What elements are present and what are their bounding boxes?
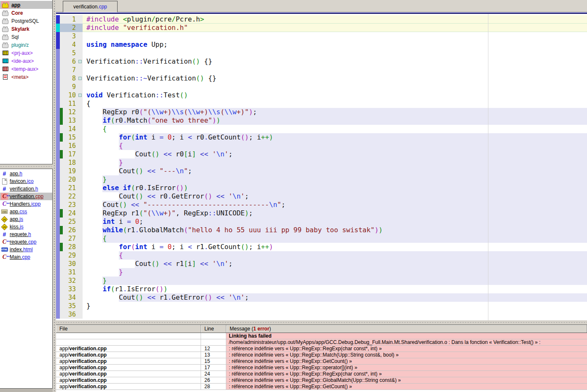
- file-item-handlers-icpp[interactable]: C Handlers.icpp: [0, 200, 52, 208]
- package-item-temp-aux[interactable]: <temp-aux>: [0, 65, 52, 73]
- line-number-gutter[interactable]: 29: [60, 251, 83, 260]
- line-number-gutter[interactable]: 13: [60, 116, 83, 125]
- console-splitter[interactable]: [56, 320, 587, 325]
- code-line-text[interactable]: [83, 49, 587, 57]
- code-line-text[interactable]: for(int i = 0; i < r0.GetCount(); i++): [83, 133, 587, 142]
- line-number-gutter[interactable]: 30: [60, 260, 83, 268]
- line-number-gutter[interactable]: 36: [60, 310, 83, 319]
- code-line-text[interactable]: {: [83, 142, 587, 150]
- code-line-text[interactable]: Verification::Verification() {}: [83, 57, 587, 66]
- line-number-gutter[interactable]: 32: [60, 277, 83, 285]
- package-item-ide-aux[interactable]: <ide-aux>: [0, 57, 52, 65]
- code-line-text[interactable]: int i = 0;: [83, 217, 587, 226]
- line-number-gutter[interactable]: 22: [60, 192, 83, 201]
- code-line-text[interactable]: [83, 83, 587, 91]
- line-number-gutter[interactable]: 1: [60, 15, 83, 24]
- file-item-verification-h[interactable]: # verification.h: [0, 185, 52, 193]
- file-item-kiss-js[interactable]: kiss.js: [0, 223, 52, 231]
- line-number-gutter[interactable]: 9: [60, 83, 83, 91]
- code-line-text[interactable]: [83, 66, 587, 74]
- code-line-text[interactable]: Cout() << "---\n";: [83, 167, 587, 175]
- package-item-skylark[interactable]: Skylark: [0, 25, 52, 33]
- error-row[interactable]: app/verification.cpp 24 : référence indé…: [56, 371, 587, 377]
- line-number-gutter[interactable]: 16: [60, 142, 83, 150]
- code-line-text[interactable]: {: [83, 234, 587, 243]
- line-number-gutter[interactable]: 2: [60, 24, 83, 32]
- line-number-gutter[interactable]: 34: [60, 293, 83, 302]
- package-item-meta[interactable]: <meta>: [0, 73, 52, 81]
- code-line-text[interactable]: [83, 310, 587, 319]
- code-line-text[interactable]: {: [83, 125, 587, 133]
- code-line-text[interactable]: Cout() << r1[i] << '\n';: [83, 260, 587, 268]
- line-number-gutter[interactable]: 20: [60, 175, 83, 184]
- file-item-index-html[interactable]: HTML index.html: [0, 246, 52, 253]
- line-number-gutter[interactable]: 6: [60, 57, 83, 66]
- code-line-text[interactable]: Cout() << r0.GetError() << '\n';: [83, 192, 587, 201]
- code-line-text[interactable]: Verification::~Verification() {}: [83, 74, 587, 83]
- fold-marker-icon[interactable]: [78, 77, 82, 80]
- error-row[interactable]: /home/administrateur/upp.out/MyApps/app/…: [56, 339, 587, 346]
- code-line-text[interactable]: else if(r0.IsError()): [83, 184, 587, 192]
- code-line-text[interactable]: Cout() << r1.GetError() << '\n';: [83, 293, 587, 302]
- line-number-gutter[interactable]: 15: [60, 133, 83, 142]
- line-number-gutter[interactable]: 24: [60, 209, 83, 217]
- line-number-gutter[interactable]: 18: [60, 158, 83, 167]
- code-line-text[interactable]: }: [83, 302, 587, 310]
- package-item-plugin-z[interactable]: plugin/z: [0, 41, 52, 49]
- line-number-gutter[interactable]: 26: [60, 226, 83, 234]
- package-item-postgresql[interactable]: PostgreSQL: [0, 17, 52, 25]
- code-line-text[interactable]: }: [83, 277, 587, 285]
- line-number-gutter[interactable]: 14: [60, 125, 83, 133]
- line-number-gutter[interactable]: 27: [60, 234, 83, 243]
- code-line-text[interactable]: }: [83, 268, 587, 277]
- package-item-app[interactable]: app: [0, 1, 52, 9]
- code-line-text[interactable]: RegExp r0("(\\w+)\\s(\\w+)\\s(\\w+)");: [83, 108, 587, 116]
- error-row[interactable]: app/verification.cpp 26 : référence indé…: [56, 377, 587, 384]
- code-line-text[interactable]: [83, 32, 587, 40]
- code-line-text[interactable]: }: [83, 175, 587, 184]
- code-editor[interactable]: 1 #include <plugin/pcre/Pcre.h> 2 #inclu…: [56, 14, 587, 320]
- file-item-requete-cpp[interactable]: C requete.cpp: [0, 238, 52, 246]
- line-number-gutter[interactable]: 23: [60, 201, 83, 209]
- code-line-text[interactable]: {: [83, 99, 587, 108]
- line-number-gutter[interactable]: 7: [60, 66, 83, 74]
- error-row[interactable]: app/verification.cpp 17 : référence indé…: [56, 365, 587, 371]
- left-horizontal-splitter[interactable]: [0, 164, 53, 169]
- code-line-text[interactable]: if(r0.Match("one two three")): [83, 116, 587, 125]
- line-number-gutter[interactable]: 8: [60, 74, 83, 83]
- file-item-requete-h[interactable]: # requete.h: [0, 231, 52, 238]
- file-item-app-css[interactable]: css app.css: [0, 208, 52, 215]
- error-row[interactable]: app/verification.cpp 13 : référence indé…: [56, 352, 587, 358]
- code-line-text[interactable]: }: [83, 158, 587, 167]
- line-number-gutter[interactable]: 12: [60, 108, 83, 116]
- line-number-gutter[interactable]: 10: [60, 91, 83, 99]
- code-line-text[interactable]: Cout() << "-----------------------------…: [83, 201, 587, 209]
- line-number-gutter[interactable]: 11: [60, 99, 83, 108]
- line-number-gutter[interactable]: 25: [60, 217, 83, 226]
- code-line-text[interactable]: #include "verification.h": [83, 24, 587, 32]
- line-number-gutter[interactable]: 28: [60, 243, 83, 251]
- line-number-gutter[interactable]: 4: [60, 40, 83, 49]
- line-number-gutter[interactable]: 35: [60, 302, 83, 310]
- line-number-gutter[interactable]: 33: [60, 285, 83, 293]
- code-line-text[interactable]: #include <plugin/pcre/Pcre.h>: [83, 15, 587, 24]
- tab-verification-cpp[interactable]: verification.cpp: [63, 1, 118, 12]
- code-line-text[interactable]: using namespace Upp;: [83, 40, 587, 49]
- code-line-text[interactable]: {: [83, 251, 587, 260]
- code-line-text[interactable]: while(r1.GlobalMatch("hello 4 ho 55 uuu …: [83, 226, 587, 234]
- file-item-favicon-ico[interactable]: favicon.ico: [0, 177, 52, 185]
- fold-marker-icon[interactable]: [78, 94, 82, 97]
- code-line-text[interactable]: Cout() << r0[i] << '\n';: [83, 150, 587, 158]
- error-row[interactable]: app/verification.cpp 28 : référence indé…: [56, 384, 587, 390]
- line-number-gutter[interactable]: 3: [60, 32, 83, 40]
- package-item-core[interactable]: Core: [0, 9, 52, 17]
- line-number-gutter[interactable]: 21: [60, 184, 83, 192]
- line-number-gutter[interactable]: 19: [60, 167, 83, 175]
- line-number-gutter[interactable]: 17: [60, 150, 83, 158]
- code-line-text[interactable]: void Verification::Test(): [83, 91, 587, 99]
- file-item-main-cpp[interactable]: C Main.cpp: [0, 253, 52, 261]
- file-item-app-h[interactable]: # app.h: [0, 170, 52, 177]
- line-number-gutter[interactable]: 31: [60, 268, 83, 277]
- line-number-gutter[interactable]: 5: [60, 49, 83, 57]
- package-item-sql[interactable]: Sql: [0, 33, 52, 41]
